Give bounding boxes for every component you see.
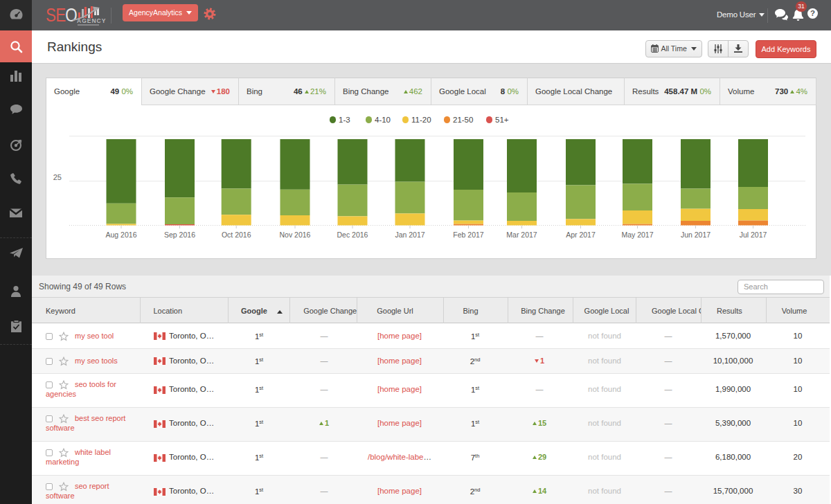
svg-text:Feb 2017: Feb 2017 bbox=[453, 231, 484, 239]
svg-text:Jun 2017: Jun 2017 bbox=[681, 231, 711, 239]
svg-text:Apr 2017: Apr 2017 bbox=[566, 231, 596, 239]
svg-text:Nov 2016: Nov 2016 bbox=[280, 231, 311, 239]
svg-text:May 2017: May 2017 bbox=[621, 231, 653, 239]
svg-text:Jul 2017: Jul 2017 bbox=[740, 231, 767, 239]
svg-text:Dec 2016: Dec 2016 bbox=[337, 231, 368, 239]
svg-text:25: 25 bbox=[53, 173, 62, 181]
svg-text:Aug 2016: Aug 2016 bbox=[106, 231, 137, 239]
svg-text:Oct 2016: Oct 2016 bbox=[222, 231, 251, 239]
svg-text:Mar 2017: Mar 2017 bbox=[506, 231, 537, 239]
svg-text:Jan 2017: Jan 2017 bbox=[395, 231, 425, 239]
svg-text:Sep 2016: Sep 2016 bbox=[164, 231, 195, 239]
